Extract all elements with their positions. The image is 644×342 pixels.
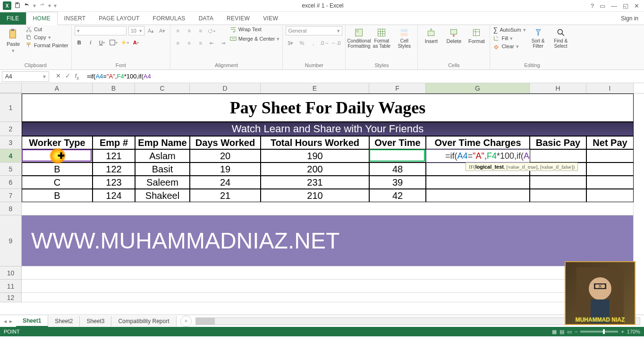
cell-title[interactable]: Pay Sheet For Daily Wages [22, 94, 634, 122]
delete-cells-button[interactable]: Delete [443, 26, 464, 46]
col-header-g[interactable]: G [426, 83, 530, 93]
worksheet-grid[interactable]: A B C D E F G H I 1 2 3 4 5 6 7 8 9 10 1… [0, 83, 644, 315]
cell-c7[interactable]: Shakeel [135, 189, 190, 202]
cell-f6[interactable]: 39 [369, 176, 426, 189]
row-header-4[interactable]: 4 [0, 149, 22, 162]
find-select-button[interactable]: Find & Select [551, 26, 571, 51]
redo-dropdown-icon[interactable]: ▾ [48, 2, 51, 9]
align-middle-icon[interactable]: ≡ [185, 26, 194, 35]
row-header-12[interactable]: 12 [0, 293, 22, 302]
cell-h-worker-type[interactable]: Worker Type [22, 136, 93, 149]
increase-indent-icon[interactable]: ⇥ [219, 38, 228, 48]
wrap-text-button[interactable]: Wrap Text [230, 26, 280, 33]
cell-h-ot[interactable]: Over Time [369, 136, 426, 149]
increase-font-icon[interactable]: A▴ [146, 26, 156, 35]
cell-b6[interactable]: 123 [93, 176, 135, 189]
cut-button[interactable]: Cut [25, 26, 68, 33]
row-header-5[interactable]: 5 [0, 162, 22, 176]
row-header-6[interactable]: 6 [0, 176, 22, 189]
row-header-3[interactable]: 3 [0, 136, 22, 149]
tab-home[interactable]: HOME [26, 12, 58, 25]
view-page-layout-icon[interactable]: ▤ [559, 329, 564, 335]
col-header-h[interactable]: H [530, 83, 586, 93]
cell-h-hours[interactable]: Total Hours Worked [261, 136, 369, 149]
close-icon[interactable]: ✕ [634, 2, 639, 9]
border-button[interactable]: ▾ [109, 38, 118, 47]
cell-d5[interactable]: 19 [190, 162, 261, 176]
fill-color-button[interactable]: ▾ [120, 38, 129, 47]
align-right-icon[interactable]: ≡ [196, 38, 205, 48]
name-box[interactable]: A4▾ [2, 71, 49, 82]
cell-h4[interactable] [530, 149, 586, 162]
tab-view[interactable]: VIEW [256, 12, 285, 25]
align-bottom-icon[interactable]: ≡ [196, 26, 205, 35]
cell-b7[interactable]: 124 [93, 189, 135, 202]
decrease-font-icon[interactable]: A▾ [158, 26, 167, 35]
format-cells-button[interactable]: Format [466, 26, 487, 46]
redo-icon[interactable] [39, 2, 45, 10]
cell-c4[interactable]: Aslam [135, 149, 190, 162]
cell-c6[interactable]: Saleem [135, 176, 190, 189]
row-header-1[interactable]: 1 [0, 94, 22, 122]
align-left-icon[interactable]: ≡ [173, 38, 183, 48]
row-10-empty[interactable] [22, 266, 634, 280]
cell-h-emp-name[interactable]: Emp Name [135, 136, 190, 149]
col-header-a[interactable]: A [22, 83, 93, 93]
row-header-9[interactable]: 9 [0, 215, 22, 266]
select-all-corner[interactable] [0, 83, 22, 93]
cell-h-net[interactable]: Net Pay [586, 136, 634, 149]
help-icon[interactable]: ? [591, 2, 594, 9]
sheet-tab-3[interactable]: Sheet3 [80, 316, 111, 326]
zoom-level[interactable]: 170% [627, 329, 640, 334]
tab-formulas[interactable]: FORMULAS [146, 12, 192, 25]
row-11-empty[interactable] [22, 280, 634, 293]
undo-icon[interactable] [24, 2, 30, 10]
cell-g6[interactable] [426, 176, 530, 189]
cell-f7[interactable]: 42 [369, 189, 426, 202]
conditional-formatting-button[interactable]: Conditional Formatting [348, 26, 369, 51]
cell-i5[interactable] [586, 162, 634, 176]
row-8-empty[interactable] [22, 202, 634, 215]
decrease-indent-icon[interactable]: ⇤ [207, 38, 217, 48]
cell-i7[interactable] [586, 189, 634, 202]
cell-h6[interactable] [530, 176, 586, 189]
copy-button[interactable]: Copy▾ [25, 34, 68, 41]
orientation-icon[interactable]: ⭯▾ [207, 26, 217, 35]
cancel-formula-icon[interactable]: ✕ [54, 72, 62, 81]
autosum-button[interactable]: ∑AutoSum▾ [493, 26, 525, 34]
cell-g7[interactable] [426, 189, 530, 202]
row-header-11[interactable]: 11 [0, 280, 22, 293]
row-header-2[interactable]: 2 [0, 122, 22, 136]
cells-area[interactable]: Pay Sheet For Daily Wages Watch Learn an… [22, 94, 644, 302]
cell-a5[interactable]: B [22, 162, 93, 176]
zoom-out-icon[interactable]: − [575, 329, 577, 334]
tab-page-layout[interactable]: PAGE LAYOUT [92, 12, 146, 25]
col-header-i[interactable]: I [586, 83, 634, 93]
italic-button[interactable]: I [86, 38, 95, 47]
comma-icon[interactable]: , [308, 38, 318, 48]
cell-e5[interactable]: 200 [261, 162, 369, 176]
percent-icon[interactable]: % [297, 38, 306, 48]
cell-i6[interactable] [586, 176, 634, 189]
font-color-button[interactable]: A▾ [131, 38, 141, 47]
cell-d7[interactable]: 21 [190, 189, 261, 202]
enter-formula-icon[interactable]: ✓ [63, 72, 72, 81]
cell-h7[interactable] [530, 189, 586, 202]
cell-e6[interactable]: 231 [261, 176, 369, 189]
col-header-d[interactable]: D [190, 83, 261, 93]
sheet-tab-compat[interactable]: Compatibility Report [111, 316, 176, 326]
col-header-c[interactable]: C [135, 83, 190, 93]
number-format-select[interactable]: General▾ [286, 26, 342, 35]
col-header-f[interactable]: F [369, 83, 426, 93]
cell-f5[interactable]: 48 [369, 162, 426, 176]
cell-a6[interactable]: C [22, 176, 93, 189]
view-page-break-icon[interactable]: ▭ [567, 329, 572, 335]
cell-e4[interactable]: 190 [261, 149, 369, 162]
cell-d4[interactable]: 20 [190, 149, 261, 162]
font-size-select[interactable]: 10▾ [128, 26, 144, 35]
increase-decimal-icon[interactable]: .0→ [320, 38, 329, 48]
sort-filter-button[interactable]: Sort & Filter [528, 26, 549, 51]
sign-in-link[interactable]: Sign in [615, 12, 644, 25]
sheet-nav-prev-icon[interactable]: ◂ [4, 318, 7, 325]
clear-button[interactable]: Clear▾ [493, 43, 525, 50]
